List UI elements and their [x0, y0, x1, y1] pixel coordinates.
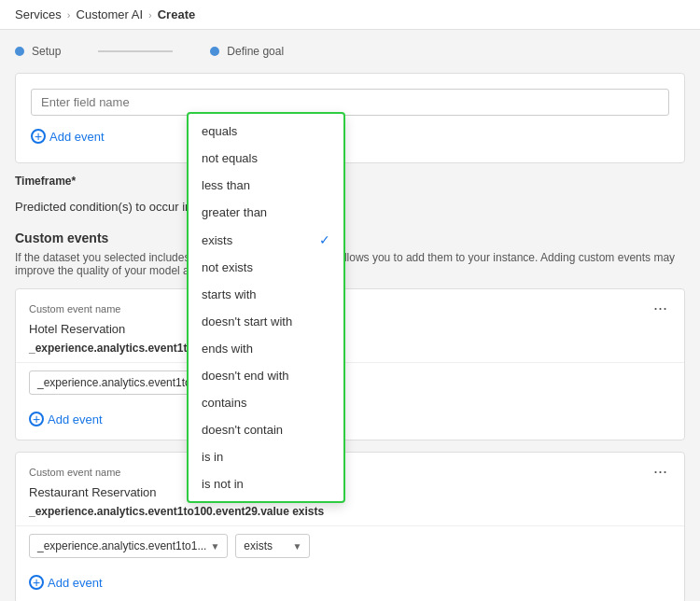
- plus-icon-2: +: [29, 575, 44, 590]
- field-input-card: + Add event: [15, 73, 685, 163]
- dropdown-item-is-in[interactable]: is in: [189, 443, 343, 470]
- custom-events-heading: Custom events: [15, 231, 685, 245]
- add-event-row-2: + Add event: [16, 566, 684, 601]
- add-event-button-1[interactable]: + Add event: [29, 408, 103, 430]
- field-row: [31, 89, 669, 116]
- event-path-2: _experience.analytics.event1to100.event2…: [16, 505, 684, 525]
- plus-icon-1: +: [29, 412, 44, 426]
- add-event-label-2: Add event: [48, 576, 103, 590]
- event-row-2: _experience.analytics.event1to1... ▼ exi…: [16, 525, 684, 566]
- step-label-define: Define goal: [227, 45, 284, 58]
- condition-dropdown-overlay: equals not equals less than greater than…: [187, 112, 345, 503]
- custom-event-card-2: Custom event name ··· Restaurant Reserva…: [15, 452, 685, 601]
- breadcrumb-sep2: ›: [148, 9, 152, 21]
- custom-event-header-2: Custom event name ···: [16, 453, 684, 485]
- custom-events-desc: If the dataset you selected includes cus…: [15, 251, 685, 277]
- dropdown-item-is-not-in[interactable]: is not in: [189, 470, 343, 497]
- custom-event-label-2: Custom event name: [29, 467, 120, 478]
- event-path-cond-2: exists: [292, 505, 324, 518]
- breadcrumb-customer-ai[interactable]: Customer AI: [77, 7, 144, 21]
- event-path-dropdown-2[interactable]: _experience.analytics.event1to1... ▼: [29, 534, 228, 558]
- step-dot-setup: [15, 47, 24, 56]
- timeframe-label: Timeframe*: [15, 175, 685, 188]
- event-path-short-1: _experience.analytics.event1to1...: [37, 376, 206, 389]
- breadcrumb: Services › Customer AI › Create: [0, 0, 700, 30]
- add-event-label-top: Add event: [49, 130, 105, 144]
- main-content: Setup Define goal + Add event Timeframe*…: [0, 30, 700, 601]
- breadcrumb-sep1: ›: [67, 9, 71, 21]
- add-event-row-1: + Add event: [16, 402, 684, 440]
- add-event-button-top[interactable]: + Add event: [31, 125, 105, 147]
- step-label-setup: Setup: [32, 45, 61, 58]
- custom-event-header-1: Custom event name ···: [16, 289, 684, 322]
- breadcrumb-services[interactable]: Services: [15, 7, 62, 21]
- dropdown-item-equals[interactable]: equals: [189, 118, 343, 145]
- dropdown-item-label-doesnt-end-with: doesn't end with: [202, 369, 289, 383]
- dropdown-item-less-than[interactable]: less than: [189, 172, 343, 199]
- add-event-label-1: Add event: [48, 412, 103, 426]
- dropdown-item-not-equals[interactable]: not equals: [189, 145, 343, 172]
- dropdown-item-exists[interactable]: exists ✓: [189, 226, 343, 254]
- dropdown-item-doesnt-contain[interactable]: doesn't contain: [189, 416, 343, 443]
- dots-button-1[interactable]: ···: [650, 299, 671, 318]
- dropdown-item-starts-with[interactable]: starts with: [189, 281, 343, 308]
- dropdown-item-label-is-not-in: is not in: [202, 477, 244, 491]
- dropdown-item-doesnt-start-with[interactable]: doesn't start with: [189, 308, 343, 335]
- dropdown-item-label-ends-with: ends with: [202, 342, 253, 356]
- dropdown-item-label-doesnt-contain: doesn't contain: [202, 423, 283, 437]
- step-define-goal: Define goal: [210, 45, 284, 58]
- dropdown-item-label-equals: equals: [202, 124, 237, 138]
- breadcrumb-create: Create: [158, 7, 195, 21]
- custom-events-title: Custom events If the dataset you selecte…: [15, 231, 685, 277]
- dropdown-item-label-greater-than: greater than: [202, 205, 267, 219]
- field-name-input[interactable]: [31, 89, 669, 116]
- dropdown-item-label-starts-with: starts with: [202, 287, 257, 301]
- custom-event-name-2: Restaurant Reservation: [16, 485, 684, 505]
- chevron-icon-2: ▼: [210, 541, 219, 552]
- event-path-1: _experience.analytics.event1to100.event8…: [16, 342, 684, 362]
- dropdown-item-contains[interactable]: contains: [189, 389, 343, 416]
- step-setup: Setup: [15, 45, 61, 58]
- plus-icon-top: +: [31, 129, 46, 144]
- custom-event-name-1: Hotel Reservation: [16, 322, 684, 342]
- custom-event-card-1: Custom event name ··· Hotel Reservation …: [15, 288, 685, 440]
- stepper: Setup Define goal: [15, 45, 685, 58]
- chevron-icon-cond-2: ▼: [292, 541, 301, 552]
- add-event-button-2[interactable]: + Add event: [29, 571, 103, 594]
- step-dot-define: [210, 47, 219, 56]
- dropdown-item-label-contains: contains: [202, 396, 246, 410]
- timeframe-section: Timeframe* Predicted condition(s) to occ…: [15, 175, 685, 219]
- check-icon-exists: ✓: [319, 232, 330, 247]
- dropdown-item-label-not-exists: not exists: [202, 260, 253, 274]
- dropdown-item-not-exists[interactable]: not exists: [189, 254, 343, 281]
- dropdown-item-label-doesnt-start-with: doesn't start with: [202, 314, 292, 328]
- timeframe-row: Predicted condition(s) to occur in next …: [15, 193, 685, 219]
- dropdown-item-doesnt-end-with[interactable]: doesn't end with: [189, 362, 343, 389]
- dropdown-item-label-less-than: less than: [202, 178, 250, 192]
- condition-dropdown-2[interactable]: exists ▼: [235, 534, 310, 558]
- event-path-short-2: _experience.analytics.event1to1...: [37, 539, 206, 552]
- condition-label-2: exists: [244, 539, 273, 552]
- dropdown-item-label-not-equals: not equals: [202, 151, 258, 165]
- dropdown-item-label-exists: exists: [202, 233, 232, 247]
- dropdown-item-greater-than[interactable]: greater than: [189, 199, 343, 226]
- dropdown-item-ends-with[interactable]: ends with: [189, 335, 343, 362]
- event-row-1: _experience.analytics.event1to1... ▼ exi…: [16, 362, 684, 402]
- event-path-start-2: _experience.analytics.event1to100.event2…: [29, 505, 289, 518]
- dots-button-2[interactable]: ···: [650, 462, 671, 482]
- custom-event-label-1: Custom event name: [29, 303, 120, 314]
- dropdown-item-label-is-in: is in: [202, 450, 223, 464]
- step-line: [98, 50, 173, 52]
